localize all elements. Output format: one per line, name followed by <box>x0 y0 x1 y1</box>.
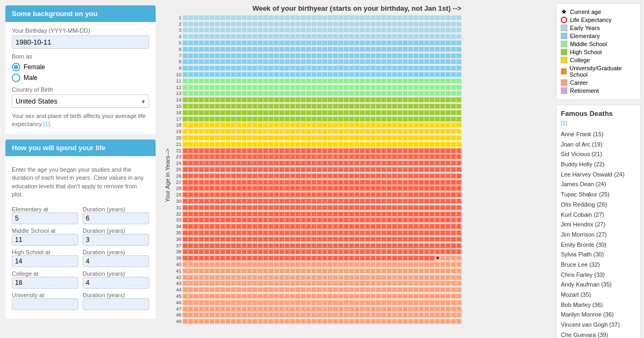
grid-cell[interactable] <box>241 104 247 109</box>
grid-cell[interactable] <box>301 129 306 134</box>
grid-cell[interactable] <box>295 97 301 102</box>
grid-cell[interactable] <box>193 205 199 210</box>
grid-cell[interactable] <box>204 268 209 274</box>
grid-cell[interactable] <box>419 217 424 223</box>
grid-cell[interactable] <box>252 180 258 185</box>
grid-cell[interactable] <box>370 173 376 179</box>
grid-cell[interactable] <box>392 116 397 122</box>
grid-cell[interactable] <box>343 85 349 90</box>
grid-cell[interactable] <box>268 268 274 274</box>
grid-cell[interactable] <box>381 15 386 20</box>
grid-cell[interactable] <box>365 34 370 39</box>
grid-cell[interactable] <box>397 47 402 52</box>
grid-cell[interactable] <box>215 129 220 134</box>
grid-cell[interactable] <box>333 47 338 52</box>
grid-cell[interactable] <box>182 40 188 46</box>
grid-cell[interactable] <box>263 110 268 115</box>
grid-cell[interactable] <box>241 312 247 318</box>
grid-cell[interactable] <box>397 21 402 27</box>
grid-cell[interactable] <box>435 65 440 71</box>
grid-cell[interactable] <box>284 192 290 197</box>
grid-cell[interactable] <box>279 255 284 261</box>
grid-cell[interactable] <box>365 217 370 223</box>
grid-cell[interactable] <box>306 116 311 122</box>
grid-cell[interactable] <box>327 268 333 274</box>
grid-cell[interactable] <box>231 21 236 27</box>
grid-cell[interactable] <box>209 91 215 96</box>
grid-cell[interactable] <box>440 186 445 191</box>
grid-cell[interactable] <box>440 27 445 33</box>
grid-cell[interactable] <box>354 116 360 122</box>
grid-cell[interactable] <box>381 224 386 229</box>
grid-cell[interactable] <box>322 97 327 102</box>
grid-cell[interactable] <box>284 319 290 324</box>
grid-cell[interactable] <box>456 173 462 179</box>
grid-cell[interactable] <box>215 110 220 115</box>
grid-cell[interactable] <box>252 85 258 90</box>
grid-cell[interactable] <box>349 249 354 254</box>
grid-cell[interactable] <box>343 249 349 254</box>
grid-cell[interactable] <box>306 293 311 299</box>
grid-cell[interactable] <box>338 287 343 292</box>
grid-cell[interactable] <box>199 217 204 223</box>
grid-cell[interactable] <box>317 142 322 147</box>
grid-cell[interactable] <box>182 104 188 109</box>
grid-cell[interactable] <box>241 199 247 204</box>
grid-cell[interactable] <box>360 154 365 159</box>
grid-cell[interactable] <box>429 27 435 33</box>
grid-cell[interactable] <box>322 224 327 229</box>
grid-cell[interactable] <box>456 319 462 324</box>
grid-cell[interactable] <box>333 129 338 134</box>
grid-cell[interactable] <box>445 312 451 318</box>
grid-cell[interactable] <box>365 319 370 324</box>
grid-cell[interactable] <box>247 224 252 229</box>
grid-cell[interactable] <box>215 293 220 299</box>
grid-cell[interactable] <box>209 167 215 172</box>
grid-cell[interactable] <box>317 116 322 122</box>
grid-cell[interactable] <box>311 116 317 122</box>
grid-cell[interactable] <box>306 312 311 318</box>
grid-cell[interactable] <box>204 173 209 179</box>
grid-cell[interactable] <box>301 230 306 236</box>
grid-cell[interactable] <box>413 47 419 52</box>
grid-cell[interactable] <box>343 15 349 20</box>
grid-cell[interactable] <box>451 293 456 299</box>
grid-cell[interactable] <box>402 224 408 229</box>
grid-cell[interactable] <box>386 192 392 197</box>
grid-cell[interactable] <box>376 59 381 64</box>
grid-cell[interactable] <box>419 312 424 318</box>
grid-cell[interactable] <box>376 78 381 84</box>
grid-cell[interactable] <box>365 160 370 166</box>
grid-cell[interactable] <box>301 34 306 39</box>
grid-cell[interactable] <box>290 116 295 122</box>
grid-cell[interactable] <box>274 243 279 248</box>
grid-cell[interactable] <box>182 255 188 261</box>
grid-cell[interactable] <box>386 281 392 286</box>
grid-cell[interactable] <box>381 59 386 64</box>
grid-cell[interactable] <box>252 287 258 292</box>
grid-cell[interactable] <box>327 211 333 217</box>
grid-cell[interactable] <box>258 65 263 71</box>
grid-cell[interactable] <box>268 15 274 20</box>
grid-cell[interactable] <box>392 249 397 254</box>
grid-cell[interactable] <box>440 192 445 197</box>
grid-cell[interactable] <box>408 59 413 64</box>
grid-cell[interactable] <box>440 148 445 153</box>
grid-cell[interactable] <box>290 91 295 96</box>
grid-cell[interactable] <box>435 27 440 33</box>
grid-cell[interactable] <box>381 217 386 223</box>
grid-cell[interactable] <box>429 186 435 191</box>
grid-cell[interactable] <box>360 217 365 223</box>
grid-cell[interactable] <box>408 192 413 197</box>
grid-cell[interactable] <box>435 110 440 115</box>
grid-cell[interactable] <box>274 167 279 172</box>
grid-cell[interactable] <box>301 21 306 27</box>
grid-cell[interactable] <box>263 78 268 84</box>
grid-cell[interactable] <box>290 34 295 39</box>
grid-cell[interactable] <box>338 65 343 71</box>
grid-cell[interactable] <box>354 287 360 292</box>
grid-cell[interactable] <box>445 91 451 96</box>
famous-person-name[interactable]: Jim Morrison (27) <box>561 230 636 240</box>
grid-cell[interactable] <box>440 217 445 223</box>
grid-cell[interactable] <box>419 40 424 46</box>
